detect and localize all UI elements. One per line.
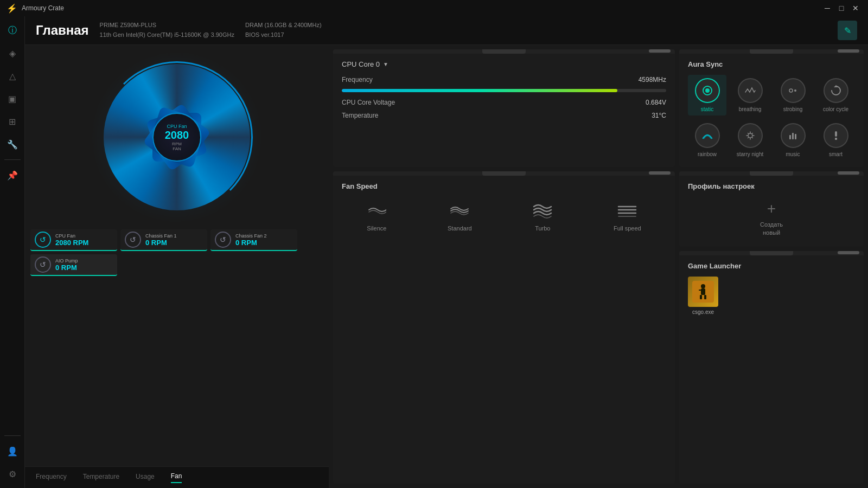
aura-breathing-label: breathing — [739, 106, 762, 112]
temperature-value: 31°C — [652, 112, 666, 119]
aura-item-strobing[interactable]: strobing — [774, 75, 812, 115]
left-panel: CPU Fan 2080 RPM FAN ↺ — [25, 45, 329, 488]
aura-strobing-label: strobing — [783, 106, 803, 112]
aura-item-color-cycle[interactable]: color cycle — [816, 75, 855, 115]
fan-card-chassis1-info: Chassis Fan 1 0 RPM — [145, 233, 177, 247]
titlebar-controls: ─ □ ✕ — [821, 2, 861, 14]
fan-mode-turbo-label: Turbo — [535, 225, 550, 232]
close-button[interactable]: ✕ — [850, 2, 861, 14]
edit-icon[interactable]: ✎ — [838, 21, 857, 40]
cpu-panel-content: CPU Core 0 ▼ Frequency 4598MHz — [333, 54, 675, 131]
aura-panel: Aura Sync static — [679, 49, 864, 167]
sidebar-item-tools[interactable]: 🔧 — [3, 134, 22, 154]
sidebar-item-settings[interactable]: ⚙ — [3, 464, 22, 484]
header-right: ✎ — [838, 21, 857, 40]
sidebar-item-controls[interactable]: ⊞ — [3, 112, 22, 131]
fan-card-chassis2-rpm: 0 RPM — [235, 239, 267, 247]
aura-breathing-icon — [738, 78, 763, 103]
standard-icon — [450, 201, 469, 221]
fan-card-chassis2[interactable]: ↺ Chassis Fan 2 0 RPM — [210, 229, 297, 251]
fan-card-chassis1[interactable]: ↺ Chassis Fan 1 0 RPM — [120, 229, 207, 251]
svg-rect-26 — [699, 290, 701, 291]
sidebar-item-devices[interactable]: ◈ — [3, 43, 22, 63]
fan-mode-silence[interactable]: Silence — [367, 201, 386, 232]
svg-point-2 — [789, 89, 793, 92]
sidebar-item-info[interactable]: ⓘ — [3, 21, 22, 40]
svg-rect-17 — [835, 131, 837, 137]
tab-usage[interactable]: Usage — [136, 473, 155, 483]
fanspeed-panel-header — [333, 171, 675, 176]
aura-item-breathing[interactable]: breathing — [731, 75, 769, 115]
bottom-row: Fan Speed Silence — [333, 171, 864, 484]
maximize-button[interactable]: □ — [835, 2, 847, 14]
page-title: Главная — [36, 23, 89, 38]
main-content: Главная PRIME Z590M-PLUS 11th Gen Intel(… — [25, 16, 868, 488]
svg-line-12 — [752, 133, 752, 134]
svg-rect-14 — [789, 135, 791, 139]
aura-static-label: static — [701, 106, 713, 112]
tab-frequency[interactable]: Frequency — [36, 473, 67, 483]
svg-point-1 — [705, 88, 710, 93]
aura-color-cycle-label: color cycle — [823, 106, 848, 112]
game-item-csgo[interactable]: csgo.exe — [688, 277, 718, 315]
fan-modes: Silence Standard — [342, 197, 666, 236]
sidebar-item-alerts[interactable]: △ — [3, 66, 22, 86]
fan-mode-turbo[interactable]: Turbo — [533, 201, 552, 232]
voltage-label: CPU Core Voltage — [342, 99, 395, 106]
dram-info: DRAM (16.0GB & 2400MHz) — [245, 21, 322, 30]
fullspeed-icon — [617, 201, 637, 221]
titlebar: ⚡ Armoury Crate ─ □ ✕ — [0, 0, 868, 16]
fanspeed-panel: Fan Speed Silence — [333, 171, 675, 484]
profile-panel: Профиль настроек + Создатьновый — [679, 171, 864, 247]
aura-starry-night-icon — [738, 123, 763, 148]
aura-rainbow-icon — [695, 123, 720, 148]
profile-panel-scrollbar — [838, 171, 859, 175]
tab-fan[interactable]: Fan — [171, 472, 182, 483]
sidebar-divider-bottom — [4, 435, 21, 436]
fan-card-aio[interactable]: ↺ AIO Pump 0 RPM — [30, 254, 117, 276]
fanspeed-panel-scrollbar — [649, 171, 671, 175]
profile-title: Профиль настроек — [688, 182, 855, 190]
top-row: CPU Core 0 ▼ Frequency 4598MHz — [333, 49, 864, 167]
aura-music-label: music — [786, 151, 800, 157]
cpu-header: CPU Core 0 ▼ — [342, 60, 666, 68]
profile-add-button[interactable]: + Создатьновый — [688, 197, 855, 240]
temperature-label: Temperature — [342, 112, 378, 119]
fan-card-chassis1-name: Chassis Fan 1 — [145, 233, 177, 239]
aura-item-starry-night[interactable]: starry night — [731, 120, 769, 160]
cpu-panel-header — [333, 49, 675, 54]
tab-temperature[interactable]: Temperature — [83, 473, 119, 483]
aura-item-music[interactable]: music — [774, 120, 812, 160]
aura-grid: static breathing — [688, 75, 855, 160]
aura-color-cycle-icon — [824, 78, 848, 103]
cpu-voltage-row: CPU Core Voltage 0.684V — [342, 99, 666, 106]
fan-card-aio-rpm: 0 RPM — [55, 264, 78, 272]
svg-line-10 — [748, 133, 748, 134]
voltage-value: 0.684V — [646, 99, 666, 106]
app-body: ⓘ ◈ △ ▣ ⊞ 🔧 📌 👤 ⚙ Главная PRIME Z590M-PL… — [0, 16, 868, 488]
aura-panel-header — [679, 49, 864, 54]
svg-point-3 — [794, 89, 796, 92]
panels: CPU Fan 2080 RPM FAN ↺ — [25, 45, 868, 488]
fanspeed-panel-content: Fan Speed Silence — [333, 176, 675, 242]
sidebar-item-display[interactable]: ▣ — [3, 89, 22, 108]
sidebar-item-pin[interactable]: 📌 — [3, 165, 22, 185]
aura-item-rainbow[interactable]: rainbow — [688, 120, 726, 160]
sidebar-item-user[interactable]: 👤 — [3, 441, 22, 461]
fan-card-cpu-name: CPU Fan — [55, 233, 88, 239]
aura-item-smart[interactable]: smart — [816, 120, 855, 160]
minimize-button[interactable]: ─ — [821, 2, 833, 14]
fan-center-rpm: 2080 — [165, 129, 189, 142]
fan-card-cpu[interactable]: ↺ CPU Fan 2080 RPM — [30, 229, 117, 251]
fan-mode-standard[interactable]: Standard — [448, 201, 472, 232]
gamelauncher-panel-content: Game Launcher — [679, 255, 864, 322]
app-title: Armoury Crate — [22, 4, 64, 12]
aura-item-static[interactable]: static — [688, 75, 726, 115]
fan-mode-fullspeed[interactable]: Full speed — [614, 201, 641, 232]
cpu-dropdown-arrow[interactable]: ▼ — [383, 61, 388, 67]
fan-center-sub: RPM FAN — [172, 142, 182, 151]
bios-info: BIOS ver.1017 — [245, 30, 322, 40]
silence-icon — [367, 201, 386, 221]
fan-mode-silence-label: Silence — [367, 225, 386, 232]
aura-strobing-icon — [781, 78, 806, 103]
